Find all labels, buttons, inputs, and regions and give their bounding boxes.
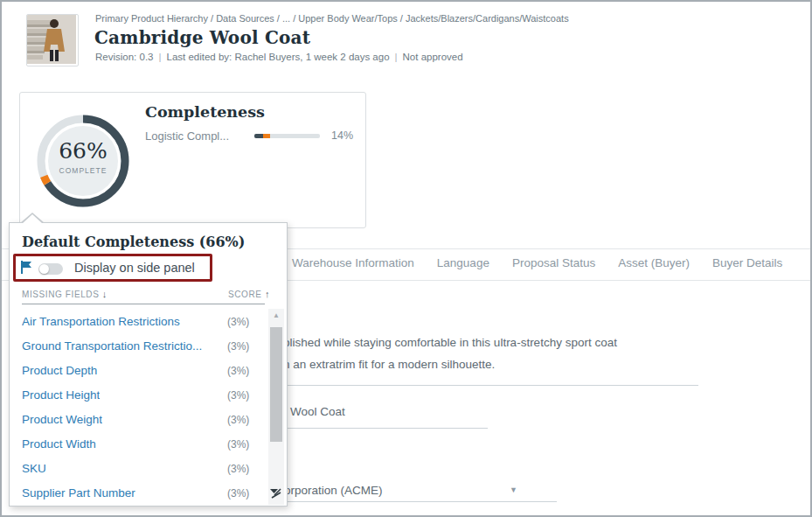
- logistic-completeness-label: Logistic Compl...: [145, 129, 229, 143]
- scroll-to-bottom-icon[interactable]: [268, 486, 283, 500]
- missing-field-link[interactable]: Product Height: [22, 388, 100, 402]
- last-edited-label: Last edited by: Rachel Buyers, 1 week 2 …: [166, 52, 389, 62]
- product-photo: [27, 15, 76, 64]
- completeness-percent: 66%: [33, 140, 133, 162]
- sort-down-icon: ↓: [102, 289, 108, 299]
- bar-segment-orange: [263, 134, 270, 138]
- field-score: (3%): [227, 389, 249, 402]
- list-item: Product Height (3%): [10, 383, 268, 408]
- scrollbar-thumb[interactable]: [270, 327, 282, 442]
- missing-field-link[interactable]: Air Transportation Restrictions: [22, 315, 180, 328]
- separator: |: [153, 52, 166, 62]
- logistic-completeness-value: 14%: [331, 129, 353, 142]
- list-item: Product Weight (3%): [10, 408, 268, 432]
- popup-callout-arrow: [20, 213, 45, 223]
- description-line2: n an extratrim fit for a modern silhouet…: [283, 353, 720, 375]
- page-title: Cambridge Wool Coat: [94, 27, 310, 48]
- scrollbar-up-icon[interactable]: ▲: [268, 311, 284, 319]
- revision-label: Revision: 0.3: [95, 52, 153, 62]
- toggle-label: Display on side panel: [74, 261, 195, 275]
- description-field-underline: [288, 385, 698, 386]
- tab-language[interactable]: Language: [437, 256, 489, 269]
- toggle-knob: [39, 264, 49, 274]
- breadcrumb[interactable]: Primary Product Hierarchy / Data Sources…: [95, 13, 569, 24]
- list-item: Ground Transportation Restrictio... (3%): [10, 334, 268, 359]
- popup-title: Default Completeness (66%): [22, 234, 245, 250]
- list-item: Product Depth (3%): [10, 359, 268, 383]
- list-item: SKU (3%): [10, 457, 268, 481]
- product-name-underline: [288, 428, 488, 429]
- list-item: Supplier Part Number (3%): [10, 481, 268, 506]
- product-thumbnail[interactable]: [26, 14, 79, 66]
- product-name-field[interactable]: Wool Coat: [290, 405, 345, 418]
- complete-label: COMPLETE: [33, 166, 133, 175]
- logistic-completeness-bar: [254, 134, 320, 138]
- description-field[interactable]: olished while staying comfortable in thi…: [283, 332, 720, 375]
- missing-field-link[interactable]: Product Depth: [22, 364, 97, 377]
- list-item: Product Width (3%): [10, 432, 268, 457]
- display-on-side-panel-toggle[interactable]: [38, 263, 63, 275]
- flag-icon: [20, 261, 32, 274]
- approval-status: Not approved: [403, 52, 463, 62]
- dropdown-caret-icon[interactable]: ▼: [510, 486, 517, 494]
- field-score: (3%): [227, 463, 249, 475]
- missing-fields-list: Air Transportation Restrictions (3%) Gro…: [10, 310, 268, 506]
- tab-bar: Warehouse Information Language Proposal …: [292, 256, 782, 269]
- missing-field-link[interactable]: Ground Transportation Restrictio...: [22, 339, 202, 353]
- missing-field-link[interactable]: Supplier Part Number: [22, 486, 135, 500]
- field-score: (3%): [227, 414, 249, 426]
- field-score: (3%): [227, 438, 249, 451]
- tab-warehouse-information[interactable]: Warehouse Information: [292, 256, 414, 269]
- field-score: (3%): [227, 487, 249, 500]
- tab-proposal-status[interactable]: Proposal Status: [512, 256, 595, 269]
- score-column-header[interactable]: SCORE ↑: [228, 289, 270, 299]
- list-item: Air Transportation Restrictions (3%): [10, 310, 268, 334]
- missing-fields-column-header[interactable]: MISSING FIELDS ↓: [22, 289, 108, 299]
- popup-divider: [22, 304, 265, 304]
- field-score: (3%): [227, 365, 249, 377]
- vendor-select[interactable]: orporation (ACME): [284, 484, 383, 497]
- missing-field-link[interactable]: Product Width: [22, 437, 96, 451]
- description-line1: olished while staying comfortable in thi…: [283, 332, 720, 353]
- tab-asset-buyer[interactable]: Asset (Buyer): [618, 256, 690, 269]
- completeness-card-title: Completeness: [145, 103, 265, 121]
- tab-buyer-details[interactable]: Buyer Details: [712, 256, 782, 269]
- product-meta: Revision: 0.3|Last edited by: Rachel Buy…: [95, 52, 463, 62]
- sort-up-icon: ↑: [265, 289, 270, 299]
- field-score: (3%): [227, 316, 249, 328]
- bar-segment-dark: [254, 134, 263, 138]
- missing-field-link[interactable]: Product Weight: [22, 413, 102, 426]
- missing-field-link[interactable]: SKU: [22, 462, 46, 475]
- separator: |: [390, 52, 403, 62]
- field-score: (3%): [227, 340, 249, 353]
- vendor-select-underline: [273, 501, 557, 502]
- completeness-popup: Default Completeness (66%) Display on si…: [9, 222, 288, 507]
- popup-scrollbar[interactable]: ▲: [268, 309, 284, 505]
- product-detail-page: Primary Product Hierarchy / Data Sources…: [0, 0, 812, 517]
